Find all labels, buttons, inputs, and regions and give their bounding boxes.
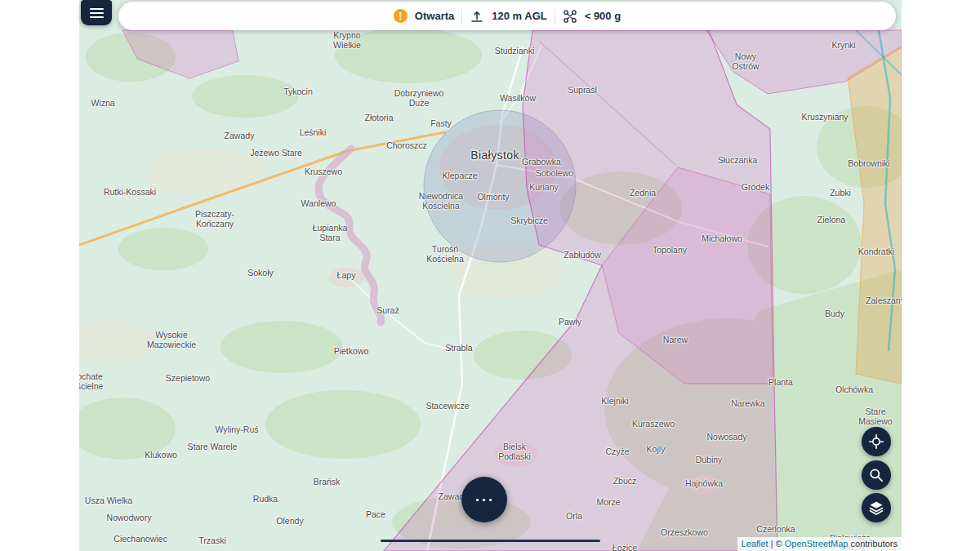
divider <box>461 9 462 24</box>
crosshair-icon <box>868 433 884 450</box>
altitude-label: 120 m AGL <box>492 10 546 22</box>
layers-button[interactable] <box>862 493 891 522</box>
warning-icon: ! <box>394 9 408 23</box>
weight-label: < 900 g <box>585 10 621 22</box>
app: Krypno WielkieStudziankiNowy OstrówKrynk… <box>0 0 980 551</box>
altitude-icon <box>470 9 484 24</box>
map-art <box>79 0 902 551</box>
search-icon <box>868 467 884 483</box>
drone-icon <box>563 9 577 24</box>
map-canvas[interactable]: Krypno WielkieStudziankiNowy OstrówKrynk… <box>79 0 902 551</box>
hamburger-icon <box>90 8 104 18</box>
ellipsis-icon: ⋯ <box>474 490 495 509</box>
zone-status-label: Otwarta <box>415 10 454 22</box>
layers-icon <box>868 500 884 516</box>
osm-link[interactable]: OpenStreetMap <box>785 539 849 549</box>
attribution-separator: | © <box>768 539 785 549</box>
menu-button[interactable] <box>81 0 112 25</box>
divider <box>555 9 555 24</box>
attribution-suffix: contributors <box>848 539 898 549</box>
scale-line <box>381 540 600 542</box>
search-button[interactable] <box>862 460 891 490</box>
flight-conditions-bar[interactable]: ! Otwarta 120 m AGL < 900 g <box>118 2 896 30</box>
leaflet-link[interactable]: Leaflet <box>742 539 768 549</box>
more-options-button[interactable]: ⋯ <box>461 477 507 522</box>
map-attribution: Leaflet | © OpenStreetMap contributors <box>737 537 902 551</box>
locate-button[interactable] <box>862 427 891 456</box>
